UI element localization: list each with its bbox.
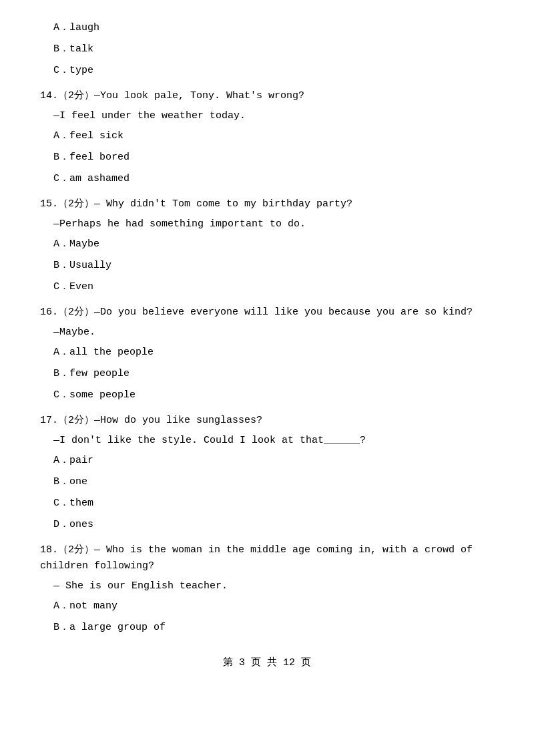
question-14: 14.（2分）—You look pale, Tony. What's wron… <box>40 88 494 104</box>
q14-option-a: A．feel sick <box>53 128 494 144</box>
page-content: A．laugh B．talk C．type 14.（2分）—You look p… <box>40 20 494 669</box>
option-a-laugh: A．laugh <box>53 20 494 36</box>
question-17: 17.（2分）—How do you like sunglasses? <box>40 413 494 429</box>
option-c-type: C．type <box>53 63 494 79</box>
q18-option-b: B．a large group of <box>53 620 494 636</box>
q16-option-c: C．some people <box>53 387 494 403</box>
q15-option-a: A．Maybe <box>53 236 494 252</box>
question-15: 15.（2分）— Why didn't Tom come to my birth… <box>40 196 494 212</box>
page-footer: 第 3 页 共 12 页 <box>40 656 494 669</box>
question-18: 18.（2分）— Who is the woman in the middle … <box>40 542 494 574</box>
answer-17: —I don't like the style. Could I look at… <box>53 433 494 449</box>
q16-option-a: A．all the people <box>53 345 494 361</box>
q14-option-c: C．am ashamed <box>53 171 494 187</box>
q17-option-a: A．pair <box>53 453 494 469</box>
q17-option-d: D．ones <box>53 517 494 533</box>
option-b-talk: B．talk <box>53 41 494 57</box>
q15-option-c: C．Even <box>53 279 494 295</box>
q16-option-b: B．few people <box>53 366 494 382</box>
q14-option-b: B．feel bored <box>53 150 494 166</box>
q17-option-c: C．them <box>53 496 494 512</box>
answer-16: —Maybe. <box>53 325 494 341</box>
question-16: 16.（2分）—Do you believe everyone will lik… <box>40 305 494 321</box>
q18-option-a: A．not many <box>53 598 494 614</box>
answer-14: —I feel under the weather today. <box>53 108 494 124</box>
answer-15: —Perhaps he had something important to d… <box>53 216 494 232</box>
q17-option-b: B．one <box>53 474 494 490</box>
answer-18: — She is our English teacher. <box>53 578 494 594</box>
q15-option-b: B．Usually <box>53 258 494 274</box>
